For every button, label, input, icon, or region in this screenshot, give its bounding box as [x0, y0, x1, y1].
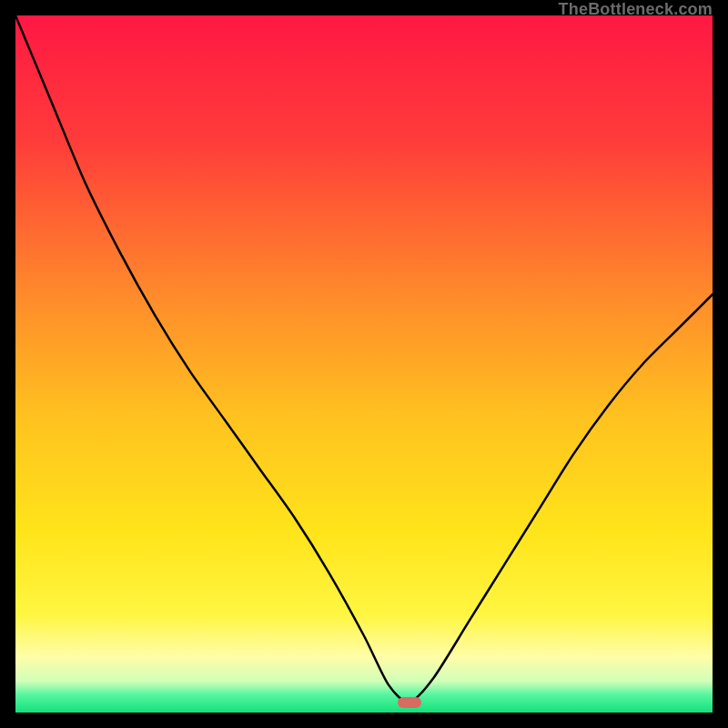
- watermark-text: TheBottleneck.com: [559, 0, 713, 19]
- bottleneck-curve: [15, 15, 713, 703]
- plot-area: [15, 15, 713, 713]
- curve-layer: [15, 15, 713, 713]
- optimal-marker: [398, 697, 421, 708]
- chart-container: TheBottleneck.com: [0, 0, 728, 728]
